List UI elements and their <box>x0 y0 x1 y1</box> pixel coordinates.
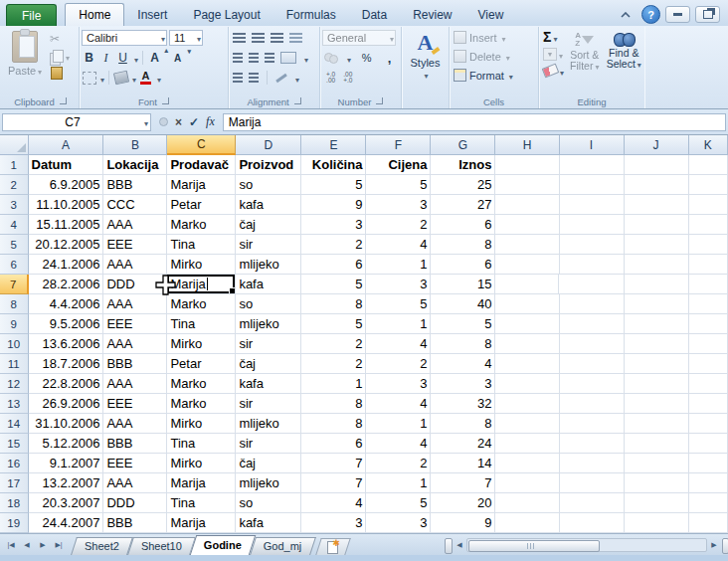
cell-A7[interactable]: 28.2.2006 <box>29 275 104 294</box>
hscroll-left-icon[interactable] <box>454 538 465 552</box>
ribbon-tab-formulas[interactable]: Formulas <box>273 3 349 26</box>
number-dialog-launcher-icon[interactable] <box>376 97 383 104</box>
column-header-G[interactable]: G <box>431 135 495 155</box>
wrap-text-icon[interactable] <box>289 33 302 43</box>
cell-C16[interactable]: Mirko <box>167 454 236 473</box>
orientation-icon[interactable] <box>275 73 287 82</box>
cell-F18[interactable]: 5 <box>366 493 431 513</box>
cell-D13[interactable]: sir <box>236 394 301 414</box>
cell-B15[interactable]: BBB <box>103 434 167 454</box>
cell-A18[interactable]: 20.3.2007 <box>29 493 104 513</box>
cell-E9[interactable]: 5 <box>301 314 366 334</box>
cell-H18[interactable] <box>495 493 559 513</box>
cell-H7[interactable] <box>495 275 559 294</box>
cell-E12[interactable]: 1 <box>301 374 366 394</box>
cell-H10[interactable] <box>495 334 559 354</box>
cell-I3[interactable] <box>560 195 625 215</box>
cell-F13[interactable]: 4 <box>366 394 431 414</box>
cell-A14[interactable]: 31.10.2006 <box>29 414 104 434</box>
italic-button[interactable]: I <box>98 50 113 66</box>
cell-G19[interactable]: 9 <box>431 513 495 533</box>
cell-A10[interactable]: 13.6.2006 <box>29 334 104 354</box>
cell-H16[interactable] <box>495 454 559 473</box>
cell-J1[interactable] <box>625 155 689 175</box>
row-header-12[interactable]: 12 <box>0 374 29 394</box>
autosum-button[interactable]: Σ <box>543 30 564 44</box>
column-header-D[interactable]: D <box>236 135 301 155</box>
cell-F3[interactable]: 3 <box>366 195 431 215</box>
hscroll-thumb[interactable] <box>468 540 600 552</box>
cell-K6[interactable] <box>689 255 728 275</box>
row-header-2[interactable]: 2 <box>0 175 29 195</box>
row-header-10[interactable]: 10 <box>0 334 29 354</box>
cell-J15[interactable] <box>625 434 689 454</box>
cell-K18[interactable] <box>689 493 728 513</box>
cell-C8[interactable]: Marko <box>167 294 236 314</box>
row-header-9[interactable]: 9 <box>0 314 29 334</box>
cell-J13[interactable] <box>625 394 689 414</box>
grow-font-button[interactable]: A <box>147 50 162 66</box>
font-name-select[interactable]: Calibri <box>82 30 167 46</box>
cell-C13[interactable]: Marko <box>167 394 236 414</box>
decrease-indent-icon[interactable] <box>233 73 243 83</box>
cell-A2[interactable]: 6.9.2005 <box>29 175 104 195</box>
select-all-corner[interactable] <box>0 135 29 155</box>
row-header-5[interactable]: 5 <box>0 235 29 255</box>
cell-E8[interactable]: 8 <box>301 294 366 314</box>
cell-J11[interactable] <box>625 354 689 374</box>
column-header-E[interactable]: E <box>301 135 366 155</box>
cell-K12[interactable] <box>689 374 728 394</box>
next-sheet-icon[interactable] <box>36 538 50 552</box>
minimize-icon[interactable] <box>665 6 690 23</box>
cell-A19[interactable]: 24.4.2007 <box>29 513 104 533</box>
cell-H3[interactable] <box>495 195 559 215</box>
cell-I12[interactable] <box>560 374 625 394</box>
cell-B6[interactable]: AAA <box>103 255 167 275</box>
bold-button[interactable]: B <box>82 50 96 66</box>
cell-B14[interactable]: AAA <box>103 414 167 434</box>
cell-K4[interactable] <box>689 215 728 235</box>
cell-H9[interactable] <box>495 314 559 334</box>
cell-K9[interactable] <box>689 314 728 334</box>
cell-H17[interactable] <box>495 473 559 493</box>
cell-I8[interactable] <box>560 294 625 314</box>
cell-G15[interactable]: 24 <box>431 434 495 454</box>
cell-E10[interactable]: 2 <box>301 334 366 354</box>
cell-A4[interactable]: 15.11.2005 <box>29 215 104 235</box>
cell-D3[interactable]: kafa <box>236 195 301 215</box>
cell-K7[interactable] <box>689 275 728 294</box>
cell-H14[interactable] <box>495 414 559 434</box>
cell-G12[interactable]: 3 <box>431 374 495 394</box>
cell-F7[interactable]: 3 <box>366 275 431 294</box>
delete-cells-button[interactable]: Delete <box>454 47 536 66</box>
align-top-icon[interactable] <box>233 33 246 43</box>
cell-B11[interactable]: BBB <box>103 354 167 374</box>
cell-J2[interactable] <box>625 175 689 195</box>
cell-G6[interactable]: 6 <box>431 255 495 275</box>
format-painter-button[interactable] <box>50 66 70 80</box>
cell-C15[interactable]: Tina <box>167 434 236 454</box>
sort-filter-button[interactable]: AZ Sort &Filter <box>566 28 603 73</box>
cell-G1[interactable]: Iznos <box>431 155 495 175</box>
restore-icon[interactable] <box>695 6 720 23</box>
cell-I6[interactable] <box>560 255 625 275</box>
cell-H6[interactable] <box>495 255 559 275</box>
cell-J10[interactable] <box>625 334 689 354</box>
cell-D17[interactable]: mlijeko <box>236 473 301 493</box>
cell-C10[interactable]: Mirko <box>167 334 236 354</box>
clear-button[interactable] <box>543 64 564 78</box>
formula-input[interactable]: Marija <box>223 113 726 131</box>
cell-E1[interactable]: Količina <box>301 155 366 175</box>
cell-A15[interactable]: 5.12.2006 <box>29 434 104 454</box>
cell-J7[interactable] <box>625 275 689 294</box>
column-header-I[interactable]: I <box>560 135 625 155</box>
horizontal-scrollbar[interactable] <box>466 538 707 552</box>
cell-K5[interactable] <box>689 235 728 255</box>
cell-H5[interactable] <box>495 235 559 255</box>
cell-D6[interactable]: mlijeko <box>236 255 301 275</box>
cell-F15[interactable]: 4 <box>366 434 431 454</box>
cell-B3[interactable]: CCC <box>103 195 167 215</box>
cell-I14[interactable] <box>560 414 625 434</box>
find-select-button[interactable]: Find &Select <box>606 28 642 71</box>
cell-C14[interactable]: Mirko <box>167 414 236 434</box>
